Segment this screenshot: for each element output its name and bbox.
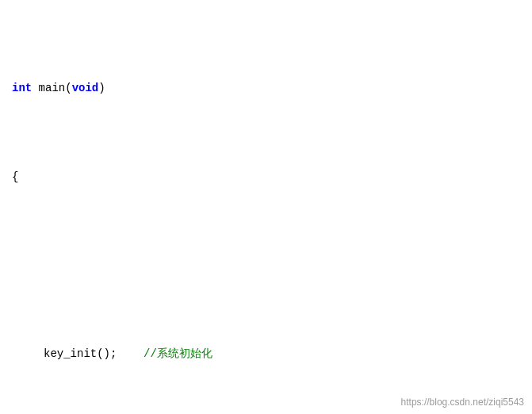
watermark: https://blog.csdn.net/ziqi5543: [401, 397, 524, 408]
line-main-sig: int main(void): [12, 79, 524, 97]
line-open-brace-main: {: [12, 168, 524, 186]
line-key-init: key_init(); //系统初始化: [12, 345, 524, 362]
line-blank-1: [12, 256, 524, 274]
code-block: int main(void) { key_init(); //系统初始化 ala…: [0, 8, 532, 414]
code-container: int main(void) { key_init(); //系统初始化 ala…: [0, 0, 532, 414]
keyword-void: void: [72, 79, 99, 97]
keyword-int: int: [12, 79, 32, 97]
